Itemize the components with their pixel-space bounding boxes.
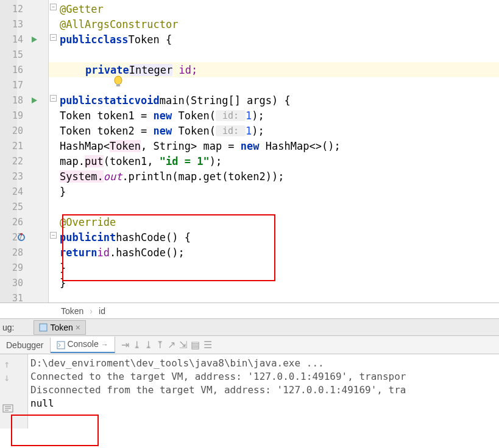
run-icon[interactable] — [30, 97, 45, 104]
method-name: main — [160, 94, 185, 107]
tab-label: Console — [67, 339, 98, 349]
console-icon — [57, 341, 65, 349]
code-text: } — [60, 186, 66, 198]
step-into-icon[interactable]: ⤓ — [133, 339, 141, 351]
line-number: 16 — [0, 65, 27, 75]
keyword: new — [154, 110, 172, 122]
code-text: () { — [166, 231, 191, 243]
svg-rect-5 — [40, 324, 47, 331]
annotation: @Getter — [60, 3, 104, 15]
type: Token — [110, 140, 141, 152]
code-text: map. — [60, 155, 85, 167]
tab-debugger[interactable]: Debugger — [0, 338, 51, 352]
svg-rect-6 — [57, 341, 65, 349]
field: id — [97, 247, 109, 259]
step-into-icon[interactable]: ⤓ — [144, 339, 152, 351]
line-number: 14 — [0, 34, 27, 45]
string: "id = 1" — [160, 155, 210, 167]
line-number: 17 — [0, 80, 27, 91]
close-icon[interactable]: × — [76, 323, 80, 332]
down-icon[interactable]: ↓ — [4, 371, 10, 383]
field: id; — [172, 64, 197, 76]
run-icon[interactable] — [30, 36, 45, 43]
keyword: public — [60, 231, 97, 243]
console-line: Connected to the target VM, address: '12… — [30, 371, 406, 382]
console-area: ↑ ↓ D:\dev_enviroment\dev_tools\java8\bi… — [0, 354, 499, 429]
class-name: Token — [129, 33, 160, 46]
line-number: 18 — [0, 95, 27, 106]
file-icon — [39, 323, 48, 332]
type: Integer — [129, 64, 173, 76]
keyword: public — [60, 33, 97, 46]
line-number: 26 — [0, 217, 27, 228]
line-number: 23 — [0, 171, 27, 182]
method-name: hashCode — [116, 231, 166, 243]
step-over-icon[interactable]: ⇥ — [121, 339, 129, 351]
code-text: HashMap< — [60, 140, 110, 152]
tab-label: Token — [50, 323, 73, 332]
keyword: void — [135, 94, 160, 107]
number: 1 — [246, 110, 252, 122]
line-number: 28 — [0, 247, 27, 258]
keyword: int — [97, 231, 116, 243]
console-output[interactable]: D:\dev_enviroment\dev_tools\java8\bin\ja… — [28, 354, 499, 429]
console-line: D:\dev_enviroment\dev_tools\java8\bin\ja… — [30, 357, 324, 369]
code-text: System. — [60, 170, 104, 183]
keyword: return — [60, 247, 97, 259]
code-text: { — [160, 33, 172, 46]
keyword: new — [154, 125, 172, 137]
keyword: public — [60, 94, 97, 107]
code-text: , String> map = — [141, 140, 241, 152]
line-number: 30 — [0, 278, 27, 289]
step-icon[interactable]: ↗ — [168, 339, 175, 351]
debug-label: ug: — [2, 323, 14, 332]
code-text: (String[] args) { — [185, 94, 291, 107]
annotation: @Override — [60, 216, 116, 228]
run-to-cursor-icon[interactable]: ⇲ — [179, 339, 187, 351]
keyword: class — [97, 33, 128, 46]
svg-marker-0 — [32, 37, 37, 43]
up-icon[interactable]: ↑ — [4, 358, 10, 370]
number: 1 — [246, 125, 252, 137]
code-text: .hashCode(); — [110, 247, 185, 259]
line-number: 20 — [0, 125, 27, 136]
line-number: 19 — [0, 110, 27, 121]
wrap-icon[interactable] — [2, 403, 13, 415]
static-field: out — [104, 170, 122, 183]
run-config-tab[interactable]: Token × — [34, 320, 86, 335]
debug-toolbar: Debugger Console → ⇥ ⤓ ⤓ ⤒ ↗ ⇲ ▤ ☰ — [0, 336, 499, 354]
keyword: new — [241, 140, 260, 152]
settings-icon[interactable]: ☰ — [203, 339, 212, 351]
tab-console[interactable]: Console → — [51, 337, 115, 352]
override-icon[interactable] — [17, 233, 32, 242]
code-text: Token( — [172, 110, 216, 122]
line-number: 13 — [0, 19, 27, 30]
code-text: HashMap<>(); — [260, 140, 341, 152]
code-text: (token1, — [104, 155, 160, 167]
breadcrumb-field[interactable]: id — [99, 306, 105, 316]
code-text: ); — [252, 110, 264, 122]
line-number: 22 — [0, 156, 27, 167]
breadcrumb[interactable]: Token › id — [0, 303, 499, 319]
code-text: ); — [252, 125, 264, 137]
console-gutter: ↑ ↓ — [0, 354, 28, 429]
gutter: 12 13 14 15 16 17 18 19 20 21 22 23 24 2… — [0, 0, 49, 303]
code-area[interactable]: − − − − @Getter @AllArgsConstructor publ… — [49, 0, 499, 303]
code-text: } — [60, 277, 66, 289]
arrow-icon: → — [101, 340, 108, 349]
breadcrumb-class[interactable]: Token — [61, 306, 83, 316]
parameter-hint: id: — [216, 125, 246, 136]
code-text: ); — [210, 155, 222, 167]
code-text: .println(map.get(token2)); — [122, 170, 284, 183]
line-number: 24 — [0, 186, 27, 197]
console-line: null — [30, 397, 54, 409]
step-out-icon[interactable]: ⤒ — [156, 339, 164, 351]
console-line: Disconnected from the target VM, address… — [30, 384, 406, 396]
parameter-hint: id: — [216, 110, 246, 121]
toolbar-icons: ⇥ ⤓ ⤓ ⤒ ↗ ⇲ ▤ ☰ — [115, 339, 212, 351]
line-number: 29 — [0, 262, 27, 273]
method-call: put — [85, 155, 104, 167]
line-number: 12 — [0, 4, 27, 15]
evaluate-icon[interactable]: ▤ — [191, 339, 200, 351]
svg-marker-1 — [32, 97, 37, 103]
